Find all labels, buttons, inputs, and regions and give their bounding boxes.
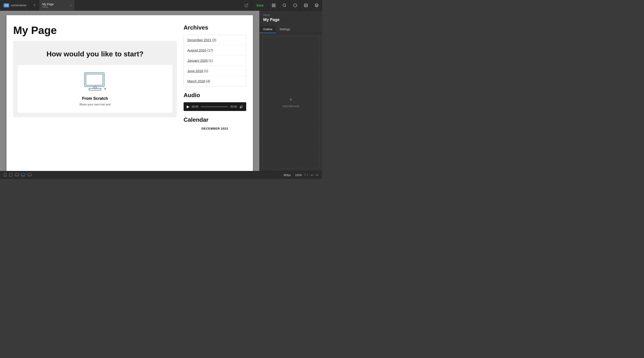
- svg-rect-3: [272, 6, 273, 7]
- archive-item[interactable]: March 2018 (4): [184, 76, 246, 86]
- top-bar-actions: Save: [241, 0, 322, 11]
- bottom-device-icons: [4, 173, 32, 177]
- top-bar: CS cornerstone + My Page PAGE × Save: [0, 0, 322, 11]
- main-area: My Page How would you like to start?: [0, 11, 322, 171]
- size-value: 989: [284, 174, 288, 177]
- archive-count-jan2020: (1): [209, 59, 213, 63]
- undo-button[interactable]: ↩: [311, 173, 314, 177]
- archive-link-jan2020[interactable]: January 2020: [188, 59, 208, 63]
- archives-list: December 2021 (2) August 2020 (17) Janua…: [184, 35, 246, 86]
- calendar-month: DECEMBER 2022: [184, 127, 246, 130]
- play-button[interactable]: ▶: [187, 105, 190, 109]
- svg-rect-18: [10, 173, 12, 177]
- panel-content: + Add Element: [262, 36, 319, 168]
- panel-title: My Page: [263, 18, 318, 22]
- audio-time-end: 00:00: [230, 105, 237, 108]
- card-title: From Scratch: [22, 96, 168, 101]
- responsive-icon[interactable]: [21, 173, 25, 177]
- archive-link-aug2020[interactable]: August 2020: [188, 48, 206, 52]
- archive-link-mar2018[interactable]: March 2018: [188, 79, 205, 83]
- archive-item[interactable]: January 2020 (1): [184, 56, 246, 66]
- canvas-page: My Page How would you like to start?: [6, 15, 253, 171]
- svg-marker-10: [315, 4, 318, 5]
- monitor-icon: +: [83, 72, 107, 93]
- archive-item[interactable]: December 2021 (2): [184, 35, 246, 45]
- block-icon[interactable]: [290, 0, 300, 11]
- zoom-level: 100%: [294, 174, 302, 177]
- grid-icon[interactable]: [268, 0, 279, 11]
- bottom-bar: 989px 100% ↩ ↪: [0, 171, 322, 179]
- svg-rect-14: [89, 88, 101, 90]
- svg-rect-4: [274, 6, 275, 7]
- layers-icon[interactable]: [311, 0, 322, 11]
- right-panel: Page My Page Outline Settings + Add Elem…: [260, 11, 322, 171]
- starter-box: How would you like to start?: [13, 41, 177, 117]
- tab-outline[interactable]: Outline: [260, 26, 276, 33]
- page-title: My Page: [13, 24, 177, 37]
- svg-rect-7: [304, 4, 308, 7]
- archive-count-dec2021: (2): [212, 38, 216, 42]
- laptop-icon[interactable]: [15, 173, 19, 177]
- logo-area: CS cornerstone: [0, 0, 30, 11]
- canvas-size: 989px: [284, 174, 291, 177]
- volume-icon[interactable]: 🔊: [239, 105, 243, 109]
- add-element-button[interactable]: + Add Element: [282, 96, 299, 108]
- audio-title: Audio: [184, 92, 246, 99]
- canvas-area[interactable]: My Page How would you like to start?: [0, 11, 260, 171]
- code-icon[interactable]: [304, 173, 308, 177]
- from-scratch-card[interactable]: + From Scratch Blaze your own trail and: [18, 65, 172, 113]
- save-button[interactable]: Save: [252, 0, 268, 11]
- svg-point-5: [283, 4, 286, 7]
- toolbar-icons: [268, 0, 322, 11]
- tab-subtitle: PAGE: [42, 6, 54, 8]
- svg-rect-20: [15, 173, 18, 176]
- calendar-title: Calendar: [184, 116, 246, 123]
- svg-rect-1: [272, 4, 273, 5]
- search-icon[interactable]: [279, 0, 290, 11]
- preview-button[interactable]: [241, 0, 252, 11]
- desktop-icon[interactable]: [27, 173, 32, 177]
- archive-item[interactable]: August 2020 (17): [184, 45, 246, 56]
- tablet-icon[interactable]: [9, 173, 12, 177]
- svg-rect-22: [21, 173, 25, 176]
- panel-tabs: Outline Settings: [260, 26, 322, 33]
- size-unit: px: [288, 174, 291, 177]
- logo-icon: CS: [4, 3, 9, 8]
- bottom-nav: ↩ ↪: [311, 173, 318, 177]
- page-left: My Page How would you like to start?: [13, 24, 177, 163]
- starter-heading: How would you like to start?: [18, 50, 172, 58]
- add-element-label: Add Element: [282, 105, 299, 108]
- layout-icon[interactable]: [300, 0, 311, 11]
- svg-line-6: [285, 6, 286, 7]
- add-tab-button[interactable]: +: [30, 0, 39, 11]
- tab-title: My Page: [42, 3, 54, 6]
- panel-label: Page: [263, 14, 318, 17]
- page-right-content: Archives December 2021 (2) August 2020 (…: [184, 24, 246, 163]
- audio-player[interactable]: ▶ 00:00 00:00 🔊: [184, 102, 246, 111]
- archive-link-jun2018[interactable]: June 2018: [188, 69, 203, 73]
- svg-rect-2: [274, 4, 275, 5]
- tab-close-button[interactable]: ×: [70, 4, 72, 7]
- tab-settings[interactable]: Settings: [276, 26, 294, 33]
- tab-info: My Page PAGE: [42, 3, 54, 8]
- archive-count-mar2018: (4): [206, 79, 210, 83]
- audio-progress-bar[interactable]: [200, 106, 228, 107]
- archive-count-aug2020: (17): [207, 48, 213, 52]
- archive-link-dec2021[interactable]: December 2021: [188, 38, 211, 42]
- add-element-plus-icon: +: [289, 96, 292, 103]
- archive-count-jun2018: (1): [204, 69, 208, 73]
- monitor-svg: +: [83, 72, 107, 92]
- page-tab[interactable]: My Page PAGE ×: [39, 0, 75, 11]
- panel-header: Page My Page: [260, 11, 322, 26]
- app-name: cornerstone: [11, 4, 26, 7]
- audio-time-start: 00:00: [192, 105, 198, 108]
- card-desc: Blaze your own trail and: [22, 103, 168, 106]
- archive-item[interactable]: June 2018 (1): [184, 66, 246, 76]
- mobile-icon[interactable]: [4, 173, 7, 177]
- svg-line-0: [246, 4, 248, 6]
- archives-title: Archives: [184, 24, 246, 31]
- svg-rect-24: [28, 173, 31, 176]
- svg-text:+: +: [104, 87, 106, 91]
- redo-button[interactable]: ↪: [316, 173, 318, 177]
- svg-rect-12: [86, 74, 103, 85]
